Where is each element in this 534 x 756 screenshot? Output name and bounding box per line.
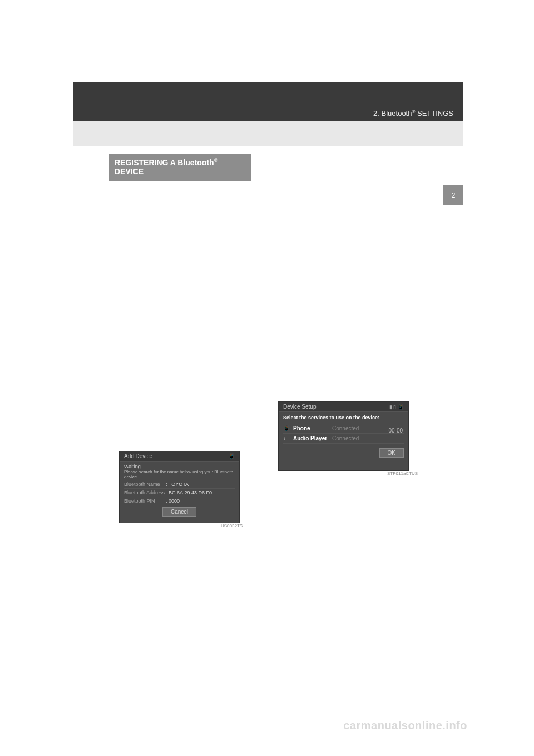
phone-icon: 📱	[228, 453, 235, 459]
breadcrumb-prefix: 2. Bluetooth	[373, 109, 412, 117]
bluetooth-address-label: Bluetooth Address	[124, 490, 166, 495]
phone-service-label: Phone	[293, 425, 332, 431]
device-setup-footer: OK	[279, 446, 408, 460]
bluetooth-address-value: : BC:6A:29:43:D6:F0	[166, 490, 212, 495]
device-setup-body: Select the services to use on the device…	[279, 412, 408, 446]
add-device-instruction: Please search for the name below using y…	[124, 469, 235, 479]
cancel-button[interactable]: Cancel	[162, 507, 196, 517]
bluetooth-pin-value: : 0000	[166, 498, 180, 504]
audio-service-status: Connected	[332, 435, 359, 441]
page-header-light-bar	[73, 121, 463, 146]
breadcrumb-suffix: SETTINGS	[415, 109, 453, 117]
add-device-title: Add Device	[124, 453, 152, 459]
watermark-text: carmanualsonline.info	[343, 719, 467, 732]
chapter-number: 2	[452, 192, 456, 199]
add-device-screenshot: Add Device 📱 Waiting... Please search fo…	[119, 451, 240, 523]
bluetooth-pin-label: Bluetooth PIN	[124, 498, 166, 504]
add-device-header: Add Device 📱	[120, 451, 239, 462]
breadcrumb: 2. Bluetooth® SETTINGS	[373, 109, 453, 117]
bluetooth-name-row: Bluetooth Name : TOYOTA	[124, 480, 235, 489]
waiting-text: Waiting...	[124, 464, 235, 469]
clock-text: 00-00	[388, 428, 403, 434]
section-heading-line1: REGISTERING A Bluetooth	[115, 158, 214, 167]
phone-service-row[interactable]: 📱 Phone Connected	[283, 424, 404, 434]
add-device-footer: Cancel	[124, 505, 235, 518]
add-device-body: Waiting... Please search for the name be…	[120, 462, 239, 521]
phone-service-icon: 📱	[283, 425, 291, 431]
music-note-icon: ♪	[283, 435, 291, 441]
status-bar-icons: ▮ ▯ 📱	[389, 404, 404, 410]
device-setup-screenshot: Device Setup ▮ ▯ 📱 Select the services t…	[278, 401, 409, 471]
bluetooth-name-label: Bluetooth Name	[124, 482, 166, 487]
bluetooth-address-row: Bluetooth Address : BC:6A:29:43:D6:F0	[124, 489, 235, 497]
bluetooth-pin-row: Bluetooth PIN : 0000	[124, 497, 235, 505]
ok-button[interactable]: OK	[379, 448, 404, 458]
phone-service-status: Connected	[332, 425, 359, 431]
add-device-image-id: US0032TS	[221, 523, 243, 528]
bluetooth-name-value: : TOYOTA	[166, 482, 189, 487]
device-setup-image-id: STP011aCTUS	[387, 471, 418, 476]
audio-service-row[interactable]: ♪ Audio Player Connected	[283, 434, 404, 444]
device-setup-instruction: Select the services to use on the device…	[283, 415, 404, 420]
audio-service-label: Audio Player	[293, 435, 332, 441]
section-heading-line2: DEVICE	[115, 167, 144, 176]
section-heading: REGISTERING A Bluetooth® DEVICE	[109, 154, 251, 181]
registered-mark-icon: ®	[214, 158, 218, 163]
device-setup-header: Device Setup ▮ ▯ 📱	[279, 402, 408, 412]
device-setup-title: Device Setup	[283, 404, 316, 410]
chapter-tab: 2	[443, 185, 463, 205]
